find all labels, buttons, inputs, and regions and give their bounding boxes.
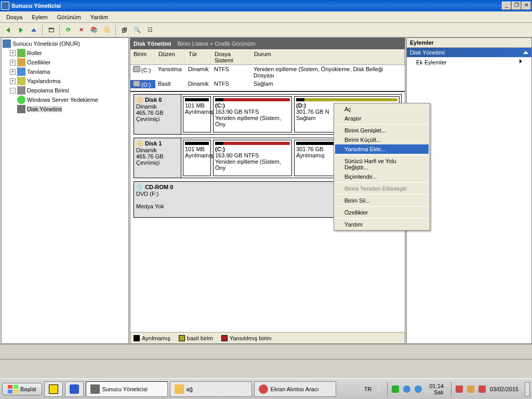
ctx-genislet[interactable]: Birimi Genişlet... (335, 126, 429, 135)
ctx-arastir[interactable]: Araştır (335, 114, 429, 123)
show-desktop[interactable] (525, 382, 530, 396)
cell-tur: Dinamik (185, 65, 211, 79)
menu-yardim[interactable]: Yardım (86, 13, 113, 21)
volume-header: Birim Düzen Tür Dosya Sistemi Durum (130, 49, 405, 65)
up-button[interactable] (28, 24, 39, 36)
expand-icon[interactable]: + (10, 78, 16, 84)
col-tur[interactable]: Tür (185, 49, 211, 64)
disk0-label[interactable]: 📀 Disk 0 Dinamik 465.76 GB Çevrimiçi (134, 94, 181, 135)
ctx-sil[interactable]: Birim Sil... (335, 196, 429, 205)
window-buttons: _ ❐ ✕ (502, 2, 531, 10)
disk0-part0[interactable]: 101 MB Ayrılmamış (183, 96, 211, 132)
toolbar-btn-x[interactable]: ✕ (75, 24, 87, 36)
disk1-label[interactable]: 📀 Disk 1 Dinamik 465.76 GB Çevrimiçi (134, 138, 181, 178)
powershell-icon (70, 384, 79, 394)
tree-yapilandirma[interactable]: +Yapılandırma (10, 76, 127, 86)
expand-icon[interactable]: + (10, 60, 16, 65)
back-button[interactable] (2, 24, 14, 36)
ctx-yansitma[interactable]: Yansıtma Ekle... (335, 144, 429, 154)
features-icon (17, 58, 25, 66)
tray-icon-5[interactable] (467, 385, 474, 393)
day: Salı (429, 389, 444, 395)
toolbar-btn-disk2[interactable]: 📀 (101, 24, 113, 36)
col-birim[interactable]: Birim (130, 49, 155, 64)
tree-tanilama[interactable]: +Tanılama (10, 67, 127, 76)
start-button[interactable]: Başlat (2, 383, 42, 395)
disk1-part0[interactable]: 101 MB Ayrılmamış (183, 140, 211, 176)
help-icon[interactable]: ❔ (376, 385, 383, 392)
ctx-kucult[interactable]: Birimi Küçült... (335, 135, 429, 144)
legend-yansitilmis: Yansıtılmış birim (230, 335, 271, 341)
ctx-sep (336, 218, 428, 219)
expand-icon[interactable]: + (10, 69, 16, 75)
tree-depolama[interactable]: -Depolama Birimi (10, 86, 127, 95)
center-header: Disk Yönetimi Birim Listesi + Grafik Gör… (130, 38, 405, 49)
disk1-part1[interactable]: (C:) 163.90 GB NTFS Yeniden eşitleme (Si… (213, 140, 292, 176)
ctx-bicimlendir[interactable]: Biçimlendir... (335, 172, 429, 181)
window-title: Sunucu Yöneticisi (11, 3, 502, 9)
volume-row[interactable]: (D:) Basit Dinamik NTFS Sağlam (130, 79, 405, 89)
tree-roller[interactable]: +Roller (10, 48, 127, 58)
snip-icon (259, 384, 268, 394)
ctx-sep (336, 155, 428, 155)
taskbar-kkl[interactable] (44, 381, 63, 397)
col-duzen[interactable]: Düzen (155, 49, 185, 64)
ctx-harf[interactable]: Sürücü Harfi ve Yolu Değiştir... (335, 156, 429, 172)
ctx-ozellikler[interactable]: Özellikler (335, 208, 429, 217)
close-button[interactable]: ✕ (522, 2, 531, 10)
collapse-icon (523, 51, 528, 54)
menu-dosya[interactable]: Dosya (2, 13, 26, 21)
tray-icon-4[interactable] (456, 385, 463, 393)
ctx-sep (336, 206, 428, 207)
date[interactable]: 03/02/2015 (490, 386, 518, 392)
expand-icon[interactable]: + (10, 50, 16, 56)
taskbar-network[interactable]: ağ (170, 381, 252, 397)
collapse-icon[interactable]: - (10, 88, 16, 94)
menu-eylem[interactable]: Eylem (28, 13, 52, 21)
kkl-icon (49, 384, 58, 394)
tree-ozellikler[interactable]: +Özellikler (10, 58, 127, 67)
col-durum[interactable]: Durum (251, 49, 405, 64)
tray-icon-1[interactable] (392, 385, 399, 393)
toolbar-btn-settings[interactable]: ☷ (144, 24, 156, 36)
cell-tur: Dinamik (185, 80, 211, 88)
taskbar-snip[interactable]: Ekran Alıntısı Aracı (254, 381, 336, 397)
center-title: Disk Yönetimi (134, 41, 171, 47)
legend-basit: basit birim (187, 335, 213, 341)
toolbar-btn-view[interactable]: 🗐 (118, 24, 130, 36)
maximize-button[interactable]: ❐ (512, 2, 521, 10)
clock[interactable]: 01:14 Salı (426, 383, 447, 395)
toolbar-btn-1[interactable]: 🗔 (45, 24, 57, 36)
app-icon (1, 2, 9, 10)
tray-icon-6[interactable] (478, 385, 486, 393)
minimize-button[interactable]: _ (502, 2, 511, 10)
arrow-right-icon (19, 28, 23, 33)
taskbar-powershell[interactable] (65, 381, 84, 397)
actions-ek[interactable]: Ek Eylemler (407, 57, 531, 68)
refresh-button[interactable]: ⟳ (62, 24, 74, 36)
tray-icon-3[interactable] (415, 385, 422, 393)
volume-row[interactable]: (C:) Yansıtma Dinamik NTFS Yeniden eşitl… (130, 65, 405, 79)
taskbar-servermgr[interactable]: Sunucu Yöneticisi (86, 381, 168, 397)
toolbar-btn-find[interactable]: 🔍 (131, 24, 143, 36)
tree-diskmgmt[interactable]: Disk Yönetimi (17, 104, 127, 114)
tree-backup[interactable]: Windows Server Yedekleme (17, 95, 127, 104)
disk0-part1[interactable]: (C:) 163.90 GB NTFS Yeniden eşitleme (Si… (213, 96, 292, 132)
tree-root[interactable]: Sunucu Yöneticisi (ONUR) (3, 39, 127, 48)
ctx-ac[interactable]: Aç (335, 104, 429, 114)
col-ds[interactable]: Dosya Sistemi (211, 49, 251, 64)
legend-ayrilmamis: Ayrılmamış (142, 335, 170, 341)
ctx-yardim[interactable]: Yardım (335, 220, 429, 229)
ctx-sep (336, 182, 428, 183)
tray-icon-2[interactable] (403, 385, 410, 393)
tree-pane[interactable]: Sunucu Yöneticisi (ONUR) +Roller +Özelli… (1, 37, 129, 344)
toolbar-sep (42, 25, 43, 35)
actions-disk[interactable]: Disk Yönetimi (407, 48, 531, 57)
menu-gorunum[interactable]: Görünüm (53, 13, 85, 21)
lang-indicator[interactable]: TR (364, 386, 372, 392)
forward-button[interactable] (15, 24, 26, 36)
volume-table: Birim Düzen Tür Dosya Sistemi Durum (C:)… (130, 49, 405, 89)
cell-durum: Yeniden eşitleme (Sistem, Önyükleme, Dis… (251, 65, 405, 79)
toolbar-btn-disk1[interactable]: 📚 (88, 24, 100, 36)
arrow-up-icon (31, 28, 36, 32)
